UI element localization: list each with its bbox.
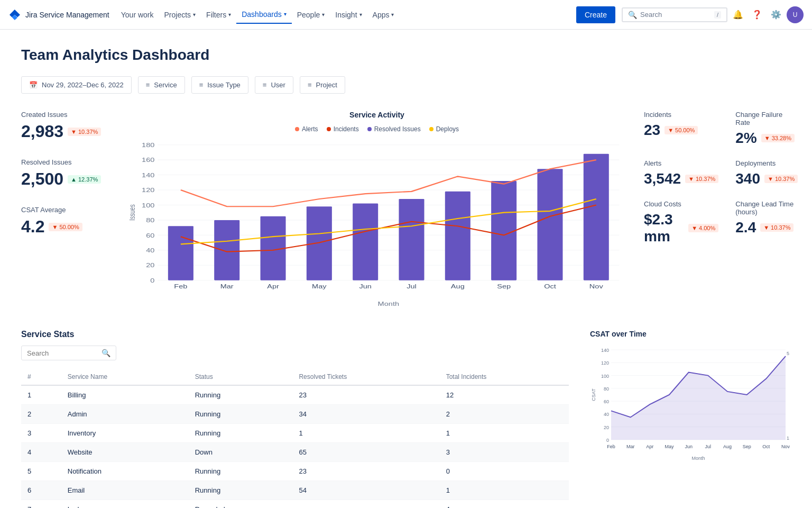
- svg-text:Aug: Aug: [451, 283, 465, 290]
- right-stat-value-4: $2.3 mm ▼ 4.00%: [644, 211, 718, 245]
- right-stat-label-2: Alerts: [644, 159, 718, 167]
- svg-rect-30: [353, 204, 378, 280]
- svg-text:100: 100: [601, 374, 609, 379]
- app-logo[interactable]: Jira Service Management: [8, 8, 109, 21]
- svg-text:Sep: Sep: [743, 444, 751, 449]
- page-title: Team Analytics Dashboard: [21, 47, 791, 64]
- nav-item-apps[interactable]: Apps ▾: [367, 6, 400, 23]
- nav-item-people[interactable]: People ▾: [292, 6, 330, 23]
- svg-text:60: 60: [146, 232, 154, 239]
- created-issues-badge: ▼ 10.37%: [68, 128, 101, 136]
- svg-rect-34: [445, 192, 470, 280]
- jira-logo-icon: [8, 8, 21, 21]
- svg-rect-40: [584, 154, 609, 280]
- svg-rect-28: [307, 206, 332, 280]
- csat-chart-title: CSAT over Time: [590, 330, 791, 338]
- csat-chart-svg: 020406080100120140CSATFebMarAprMayJunJul…: [590, 344, 791, 461]
- svg-rect-24: [214, 220, 239, 280]
- help-button[interactable]: ❓: [749, 6, 765, 23]
- legend-dot: [429, 127, 433, 131]
- create-button[interactable]: Create: [576, 6, 615, 23]
- created-issues-label: Created Issues: [21, 111, 110, 119]
- svg-text:40: 40: [604, 412, 609, 417]
- right-stat-badge-1: ▼ 33.28%: [761, 134, 795, 142]
- service-table: #Service NameStatusResolved TicketsTotal…: [21, 369, 569, 508]
- settings-button[interactable]: ⚙️: [768, 6, 785, 23]
- svg-text:Mar: Mar: [220, 283, 234, 290]
- filter-bar: 📅Nov 29, 2022–Dec 6, 2022≡Service≡Issue …: [21, 76, 791, 94]
- svg-text:Jun: Jun: [685, 444, 693, 449]
- service-search-input[interactable]: [27, 349, 98, 357]
- svg-text:CSAT: CSAT: [591, 388, 596, 401]
- svg-rect-36: [491, 181, 516, 280]
- bar-chart-svg: 020406080100120140160180IssuesMonthFebMa…: [127, 139, 627, 309]
- legend-dot: [295, 127, 299, 131]
- svg-text:Oct: Oct: [544, 283, 556, 290]
- svg-text:120: 120: [601, 360, 609, 366]
- csat-chart: 020406080100120140CSATFebMarAprMayJunJul…: [590, 344, 791, 461]
- bottom-section: Service Stats 🔍 #Service NameStatusResol…: [21, 330, 791, 508]
- svg-text:40: 40: [146, 247, 154, 254]
- svg-text:Jul: Jul: [705, 444, 712, 449]
- table-row: 3 Inventory Running 1 1: [21, 424, 569, 443]
- table-header: Resolved Tickets: [292, 369, 439, 385]
- right-stat-label-0: Incidents: [644, 111, 718, 119]
- right-stat-label-5: Change Lead Time (hours): [735, 200, 798, 216]
- right-stat-badge-3: ▼ 10.37%: [764, 175, 798, 183]
- svg-text:Nov: Nov: [589, 283, 604, 290]
- svg-text:20: 20: [146, 262, 154, 269]
- nav-item-projects[interactable]: Projects ▾: [159, 6, 201, 23]
- search-box[interactable]: 🔍 Search /: [622, 7, 727, 22]
- svg-text:May: May: [312, 283, 327, 290]
- svg-text:5: 5: [787, 351, 789, 356]
- right-stat-0: Incidents 23 ▼ 50.00%: [644, 111, 718, 147]
- filter-1[interactable]: ≡Service: [138, 76, 185, 94]
- main-content: Team Analytics Dashboard 📅Nov 29, 2022–D…: [0, 30, 812, 508]
- user-avatar[interactable]: U: [787, 6, 804, 23]
- svg-text:Feb: Feb: [607, 444, 615, 449]
- svg-text:Month: Month: [378, 301, 399, 307]
- nav-item-filters[interactable]: Filters ▾: [201, 6, 236, 23]
- right-stat-badge-4: ▼ 4.00%: [688, 224, 718, 232]
- right-stat-value-3: 340 ▼ 10.37%: [735, 170, 798, 187]
- right-stat-2: Alerts 3,542 ▼ 10.37%: [644, 159, 718, 187]
- nav-item-your-work[interactable]: Your work: [116, 6, 159, 23]
- svg-text:Sep: Sep: [497, 283, 511, 290]
- filter-0[interactable]: 📅Nov 29, 2022–Dec 6, 2022: [21, 76, 132, 94]
- svg-text:0: 0: [606, 438, 609, 443]
- svg-text:160: 160: [142, 157, 154, 164]
- right-stat-3: Deployments 340 ▼ 10.37%: [735, 159, 798, 187]
- nav-item-dashboards[interactable]: Dashboards ▾: [236, 6, 292, 24]
- table-row: 7 Ledger Degraded 4: [21, 500, 569, 509]
- svg-text:120: 120: [142, 187, 154, 194]
- svg-text:Month: Month: [691, 456, 705, 461]
- service-search-box[interactable]: 🔍: [21, 346, 116, 360]
- right-stat-5: Change Lead Time (hours) 2.4 ▼ 10.37%: [735, 200, 798, 245]
- svg-text:Feb: Feb: [174, 283, 187, 290]
- svg-text:60: 60: [604, 399, 609, 404]
- csat-badge: ▼ 50.00%: [49, 223, 82, 231]
- filter-2[interactable]: ≡Issue Type: [191, 76, 248, 94]
- csat-value: 4.2 ▼ 50.00%: [21, 217, 110, 237]
- svg-text:Jul: Jul: [407, 283, 417, 290]
- search-shortcut: /: [714, 11, 721, 19]
- table-row: 5 Notification Running 23 0: [21, 462, 569, 481]
- svg-text:1: 1: [787, 436, 789, 441]
- filter-4[interactable]: ≡Project: [300, 76, 345, 94]
- nav-item-insight[interactable]: Insight ▾: [330, 6, 367, 23]
- filter-3[interactable]: ≡User: [255, 76, 293, 94]
- filter-icon-3: ≡: [263, 81, 267, 89]
- legend-dot: [367, 127, 372, 131]
- right-stat-badge-0: ▼ 50.00%: [665, 126, 698, 134]
- nav-menu: Your workProjects ▾Filters ▾Dashboards ▾…: [116, 6, 400, 24]
- csat-label: CSAT Average: [21, 206, 110, 214]
- svg-text:Aug: Aug: [723, 444, 732, 449]
- csat-average-stat: CSAT Average 4.2 ▼ 50.00%: [21, 206, 110, 237]
- notifications-button[interactable]: 🔔: [730, 6, 746, 23]
- created-issues-stat: Created Issues 2,983 ▼ 10.37%: [21, 111, 110, 141]
- chart-legend: AlertsIncidentsResolved IssuesDeploys: [127, 125, 627, 133]
- filter-icon-4: ≡: [308, 81, 312, 89]
- svg-text:100: 100: [142, 202, 154, 209]
- right-stat-value-0: 23 ▼ 50.00%: [644, 122, 718, 139]
- table-header: Total Incidents: [440, 369, 569, 385]
